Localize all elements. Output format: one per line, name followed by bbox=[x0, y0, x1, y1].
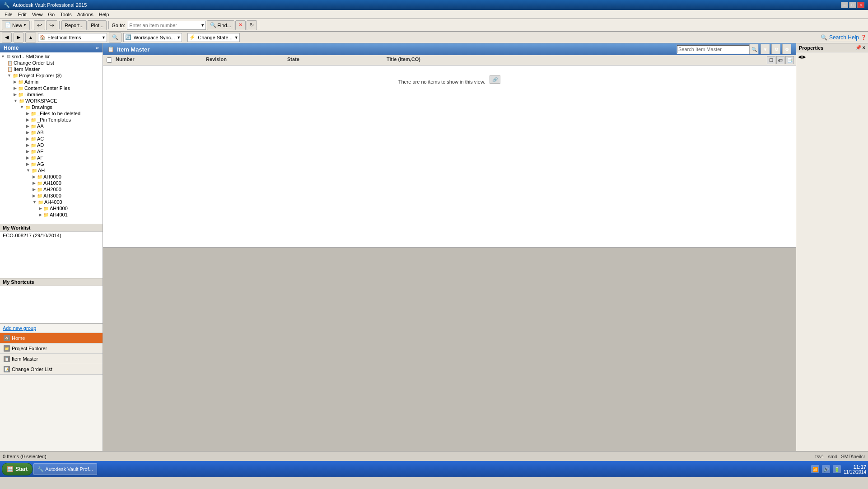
search-help-label[interactable]: Search Help bbox=[829, 34, 859, 41]
redo-button[interactable]: ↪ bbox=[46, 20, 57, 30]
worklist-item-0[interactable]: ECO-008217 (29/10/2014) bbox=[0, 232, 103, 239]
back-button[interactable]: ◀ bbox=[2, 33, 12, 42]
tree-ah2000[interactable]: ▶ 📁 AH2000 bbox=[1, 186, 102, 193]
new-button[interactable]: 📄 New ▼ bbox=[2, 20, 30, 30]
start-button[interactable]: 🪟 Start bbox=[2, 463, 33, 475]
menu-file[interactable]: File bbox=[2, 11, 15, 18]
tree-ah4000-sub[interactable]: ▶ 📁 AH4000 bbox=[1, 205, 102, 212]
location-dropdown[interactable]: ▼ bbox=[101, 35, 107, 40]
up-button[interactable]: ▲ bbox=[25, 33, 36, 42]
draw-expand: ▼ bbox=[20, 105, 24, 109]
taskbar-right: 📶 🔊 🔋 11:17 11/12/2014 bbox=[811, 464, 866, 475]
search-refresh-button[interactable]: ↻ bbox=[771, 44, 780, 54]
tree-af[interactable]: ▶ 📁 AF bbox=[1, 155, 102, 161]
tree-ah0000[interactable]: ▶ 📁 AH0000 bbox=[1, 174, 102, 180]
tree-ah4001[interactable]: ▶ 📁 AH4001 bbox=[1, 212, 102, 218]
menu-actions[interactable]: Actions bbox=[75, 11, 96, 18]
nav-im-label: Item Master bbox=[12, 356, 38, 362]
tree-ah1000[interactable]: ▶ 📁 AH1000 bbox=[1, 180, 102, 186]
draw-label: Drawings bbox=[32, 104, 52, 110]
explore-button[interactable]: 🔍 bbox=[109, 33, 121, 42]
menu-help[interactable]: Help bbox=[96, 11, 112, 18]
tree-drawings[interactable]: ▼ 📁 Drawings bbox=[1, 104, 102, 110]
vault-app-icon: 🔧 bbox=[37, 466, 44, 472]
prop-pin-icon[interactable]: 📌 bbox=[855, 45, 862, 51]
checkbox-col-header bbox=[105, 56, 114, 64]
minimize-button[interactable]: − bbox=[841, 2, 848, 8]
nav-home-button[interactable]: 🏠 Home bbox=[0, 333, 103, 343]
tree-pin-templates[interactable]: ▶ 📁 _Pin Templates bbox=[1, 117, 102, 123]
tree-ab[interactable]: ▶ 📁 AB bbox=[1, 129, 102, 136]
nav-project-explorer-button[interactable]: 📁 Project Explorer bbox=[0, 343, 103, 354]
stop-button[interactable]: ✕ bbox=[235, 20, 246, 30]
tree-files-deleted[interactable]: ▶ 📁 _Files to be deleted bbox=[1, 110, 102, 117]
tree-ah[interactable]: ▼ 📁 AH bbox=[1, 167, 102, 174]
taskbar-vault-item[interactable]: 🔧 Autodesk Vault Prof... bbox=[33, 463, 97, 475]
menu-view[interactable]: View bbox=[29, 11, 46, 18]
report-button[interactable]: Report... bbox=[61, 20, 87, 30]
prop-back-btn[interactable]: ◀ bbox=[798, 54, 802, 59]
nav-item-master-button[interactable]: 📋 Item Master bbox=[0, 354, 103, 364]
col-icon-3[interactable]: 📑 bbox=[785, 56, 794, 64]
tree-workspace[interactable]: ▼ 📁 WORKSPACE bbox=[1, 98, 102, 104]
tree-ad[interactable]: ▶ 📁 AD bbox=[1, 142, 102, 148]
im-icon: 📋 bbox=[7, 67, 13, 72]
tree-aa[interactable]: ▶ 📁 AA bbox=[1, 123, 102, 129]
tree-change-order-list[interactable]: 📋 Change Order List bbox=[1, 60, 102, 66]
tree-ae[interactable]: ▶ 📁 AE bbox=[1, 148, 102, 155]
goto-dropdown-icon[interactable]: ▼ bbox=[200, 23, 205, 28]
im-header-icon: 📋 bbox=[107, 46, 114, 52]
find-button[interactable]: 🔍 Find... bbox=[207, 20, 234, 30]
tree-ah3000[interactable]: ▶ 📁 AH3000 bbox=[1, 193, 102, 199]
search-help-area: 🔍 Search Help ❓ bbox=[821, 34, 866, 41]
cs-dropdown[interactable]: ▼ bbox=[233, 35, 239, 40]
tree-root[interactable]: ▼ 🖥 smd - SMD\neilcr bbox=[1, 53, 102, 60]
tree-ag[interactable]: ▶ 📁 AG bbox=[1, 161, 102, 167]
menu-edit[interactable]: Edit bbox=[15, 11, 29, 18]
col-icon: 📋 bbox=[7, 61, 13, 66]
ah2-expand: ▶ bbox=[33, 187, 36, 192]
electrical-items-label: Electrical Items bbox=[47, 35, 101, 40]
tree-project-explorer[interactable]: ▼ 📁 Project Explorer ($) bbox=[1, 72, 102, 79]
ah4001-icon: 📁 bbox=[43, 212, 49, 217]
window-controls: − □ × bbox=[841, 2, 864, 8]
status-vault: smd bbox=[828, 454, 837, 459]
shortcuts-header: My Shortcuts bbox=[0, 278, 103, 286]
forward-button[interactable]: ▶ bbox=[14, 33, 23, 42]
ah0-expand: ▶ bbox=[33, 174, 36, 179]
tree-ac[interactable]: ▶ 📁 AC bbox=[1, 136, 102, 142]
restore-button[interactable]: □ bbox=[849, 2, 856, 8]
refresh-button[interactable]: ↻ bbox=[247, 20, 257, 30]
nav-change-order-button[interactable]: 📝 Change Order List bbox=[0, 364, 103, 375]
ws-dropdown[interactable]: ▼ bbox=[176, 35, 182, 40]
search-item-master-input[interactable] bbox=[677, 45, 749, 53]
tree-admin[interactable]: ▶ 📁 Admin bbox=[1, 79, 102, 85]
link-button[interactable]: 🔗 bbox=[490, 75, 500, 84]
undo-button[interactable]: ↩ bbox=[34, 20, 45, 30]
search-options-button[interactable]: ▼ bbox=[761, 44, 770, 54]
menu-tools[interactable]: Tools bbox=[57, 11, 75, 18]
ah40s-icon: 📁 bbox=[43, 206, 49, 211]
tree-content-center[interactable]: ▶ 📁 Content Center Files bbox=[1, 85, 102, 91]
nav-tree[interactable]: ▼ 🖥 smd - SMD\neilcr 📋 Change Order List… bbox=[0, 52, 103, 224]
menu-go[interactable]: Go bbox=[45, 11, 57, 18]
status-message: 0 Items (0 selected) bbox=[3, 454, 47, 459]
col-icon-2[interactable]: 🏷 bbox=[776, 56, 785, 64]
search-submit-button[interactable]: 🔍 bbox=[749, 44, 758, 54]
tree-ah4000-expanded[interactable]: ▼ 📁 AH4000 bbox=[1, 199, 102, 205]
im-label: Item Master bbox=[14, 66, 40, 72]
plot-button[interactable]: Plot... bbox=[88, 20, 107, 30]
prop-close-icon[interactable]: × bbox=[863, 45, 865, 51]
search-settings-button[interactable]: ⚙ bbox=[782, 44, 791, 54]
search-item-master-container: 🔍 bbox=[677, 44, 759, 54]
add-group-link[interactable]: Add new group bbox=[0, 324, 103, 333]
tree-libraries[interactable]: ▶ 📁 Libraries bbox=[1, 91, 102, 98]
prop-forward-btn[interactable]: ▶ bbox=[803, 54, 806, 59]
collapse-icon[interactable]: « bbox=[96, 45, 99, 51]
select-all-checkbox[interactable] bbox=[107, 57, 112, 63]
goto-input[interactable] bbox=[127, 21, 200, 29]
lib-expand: ▶ bbox=[14, 92, 17, 97]
tree-item-master[interactable]: 📋 Item Master bbox=[1, 66, 102, 72]
col-icon-1[interactable]: ☐ bbox=[767, 56, 775, 64]
close-button[interactable]: × bbox=[857, 2, 864, 8]
